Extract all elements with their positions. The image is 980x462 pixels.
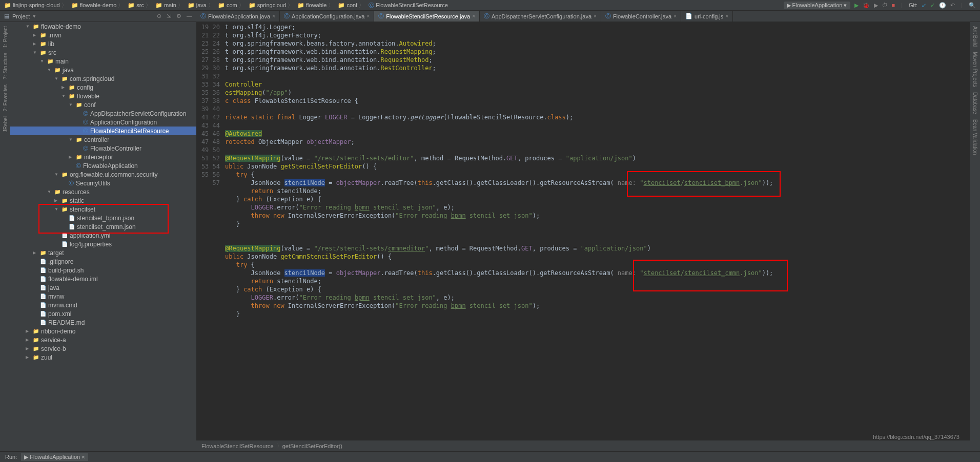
crumb-class[interactable]: FlowableStencilSetResource [201,443,274,449]
code-editor[interactable]: 19 20 21 22 23 24 25 26 27 28 29 30 31 3… [196,22,970,454]
tree-arrow-icon[interactable]: ▼ [54,172,59,177]
tree-item[interactable]: 📄log4j.properties [10,240,196,248]
hide-icon[interactable]: — [187,13,192,19]
tree-item[interactable]: 📄README.md [10,318,196,327]
breadcrumb-item[interactable]: 📁 conf 〉 [338,2,364,9]
tree-item[interactable]: ⒸAppDispatcherServletConfiguration [10,109,196,118]
tree-item[interactable]: 📄.gitignore [10,257,196,266]
gear-icon[interactable]: ⚙ [176,13,181,19]
tree-item[interactable]: ▶📁lib [10,39,196,48]
stop-icon[interactable]: ■ [892,2,895,8]
editor-tab[interactable]: ⒸFlowableStencilSetResource.java× [374,11,480,22]
run-config-tab[interactable]: ▶ FlowableApplication × [21,453,88,461]
breadcrumb-file[interactable]: Ⓒ FlowableStencilSetResource [369,2,448,9]
editor-tab[interactable]: 📄url-config.js× [681,11,733,22]
tree-arrow-icon[interactable]: ▼ [69,137,74,142]
tree-arrow-icon[interactable]: ▼ [33,50,38,55]
run-icon[interactable]: ▶ [854,2,859,9]
tree-item[interactable]: 📄application.yml [10,231,196,240]
breadcrumb-item[interactable]: 📁 com 〉 [218,2,244,9]
tool-structure[interactable]: 7: Structure [3,53,8,79]
breadcrumb-item[interactable]: 📁 java 〉 [188,2,214,9]
close-icon[interactable]: × [272,13,275,19]
tree-item[interactable]: ▶📁service-b [10,344,196,353]
close-icon[interactable]: × [594,13,597,19]
tree-item[interactable]: ▼📁java [10,66,196,74]
tree-item[interactable]: ▼📁src [10,48,196,57]
editor-tab[interactable]: ⒸApplicationConfiguration.java× [280,11,374,22]
tree-arrow-icon[interactable]: ▶ [33,41,38,46]
tree-item[interactable]: 📄flowable-demo.iml [10,275,196,283]
tree-item[interactable]: 📄mvnw [10,292,196,301]
editor-tab[interactable]: ⒸFlowableApplication.java× [196,11,280,22]
code-area[interactable]: t org.slf4j.Logger; t org.slf4j.LoggerFa… [225,22,970,454]
search-icon[interactable]: 🔍 [969,2,976,9]
tree-arrow-icon[interactable]: ▶ [33,33,38,37]
tree-item[interactable]: ▼📁flowable-demo [10,22,196,31]
tree-arrow-icon[interactable]: ▼ [26,24,31,29]
breadcrumb-item[interactable]: 📁 src 〉 [128,2,151,9]
tree-item[interactable]: ▼📁com.springcloud [10,74,196,83]
tree-arrow-icon[interactable]: ▼ [69,102,74,107]
tree-item[interactable]: 📄stencilset_bpmn.json [10,214,196,222]
tree-arrow-icon[interactable]: ▶ [26,329,31,333]
tree-arrow-icon[interactable]: ▼ [54,76,59,81]
tree-item[interactable]: ▼📁main [10,57,196,66]
tree-item[interactable]: ▶📁static [10,196,196,205]
tree-item[interactable]: 📄java [10,283,196,292]
tree-item[interactable]: ▶📁target [10,248,196,257]
tool-database[interactable]: Database [972,92,978,114]
tree-item[interactable]: ⒸFlowableApplication [10,161,196,170]
debug-icon[interactable]: 🐞 [863,2,870,9]
tree-arrow-icon[interactable]: ▶ [69,155,74,159]
tree-item[interactable]: ⒸSecurityUtils [10,179,196,187]
breadcrumb-item[interactable]: 📁 springcloud 〉 [249,2,293,9]
tree-arrow-icon[interactable]: ▶ [33,250,38,255]
tree-item[interactable]: ▼📁conf [10,100,196,109]
vcs-history-icon[interactable]: 🕐 [939,2,946,9]
breadcrumb-item[interactable]: 📁 flowable-demo 〉 [71,2,124,9]
tree-item[interactable]: ▶📁service-a [10,335,196,344]
tree-item[interactable]: ▶📁zuul [10,353,196,362]
tree-item[interactable]: ▶📁ribbon-demo [10,327,196,335]
tree-item[interactable]: ▶📁interceptor [10,153,196,161]
tool-maven[interactable]: Maven Projects [972,52,978,87]
breadcrumb-item[interactable]: 📁 main 〉 [155,2,183,9]
tree-arrow-icon[interactable]: ▼ [54,207,59,212]
vcs-commit-icon[interactable]: ✓ [930,2,935,9]
project-tree[interactable]: ▼📁flowable-demo▶📁.mvn▶📁lib▼📁src▼📁main▼📁j… [10,22,196,454]
tool-project[interactable]: 1: Project [3,26,8,48]
tree-item[interactable]: ⒸApplicationConfiguration [10,118,196,127]
tree-item[interactable]: ▶📁config [10,83,196,92]
coverage-icon[interactable]: ▶ [874,2,878,9]
tree-arrow-icon[interactable]: ▶ [62,85,67,90]
tree-item[interactable]: 📄stencilset_cmmn.json [10,222,196,231]
locate-icon[interactable]: ⊙ [157,13,161,19]
editor-tab[interactable]: ⒸAppDispatcherServletConfiguration.java× [480,11,601,22]
vcs-update-icon[interactable]: ↙ [922,2,926,9]
vcs-revert-icon[interactable]: ↶ [950,2,955,9]
tree-item[interactable]: 📄build-prod.sh [10,266,196,275]
tool-bean[interactable]: Bean Validation [972,119,978,155]
tree-item[interactable]: ▼📁stencilset [10,205,196,214]
tree-item[interactable]: ⒸFlowableController [10,144,196,153]
breadcrumb-item[interactable]: 📁 linjinp-spring-cloud 〉 [4,2,67,9]
tree-item[interactable]: ⒸFlowableStencilSetResource [10,127,196,135]
tree-arrow-icon[interactable]: ▶ [26,338,31,342]
tree-item[interactable]: ▼📁org.flowable.ui.common.security [10,170,196,179]
collapse-icon[interactable]: ⇲ [167,13,171,19]
tree-arrow-icon[interactable]: ▼ [62,94,67,98]
tree-arrow-icon[interactable]: ▼ [47,190,52,194]
tool-favorites[interactable]: 2: Favorites [3,85,8,111]
tree-arrow-icon[interactable]: ▶ [54,198,59,203]
editor-tab[interactable]: ⒸFlowableController.java× [601,11,681,22]
tree-item[interactable]: ▼📁controller [10,135,196,144]
crumb-method[interactable]: getStencilSetForEditor() [282,443,342,449]
tree-arrow-icon[interactable]: ▼ [47,68,52,72]
close-icon[interactable]: × [725,13,728,19]
tree-item[interactable]: ▼📁flowable [10,92,196,100]
tool-ant[interactable]: Ant Build [972,26,978,47]
tree-item[interactable]: ▶📁.mvn [10,31,196,39]
close-icon[interactable]: × [673,13,677,19]
profile-icon[interactable]: ⏱ [882,2,888,8]
